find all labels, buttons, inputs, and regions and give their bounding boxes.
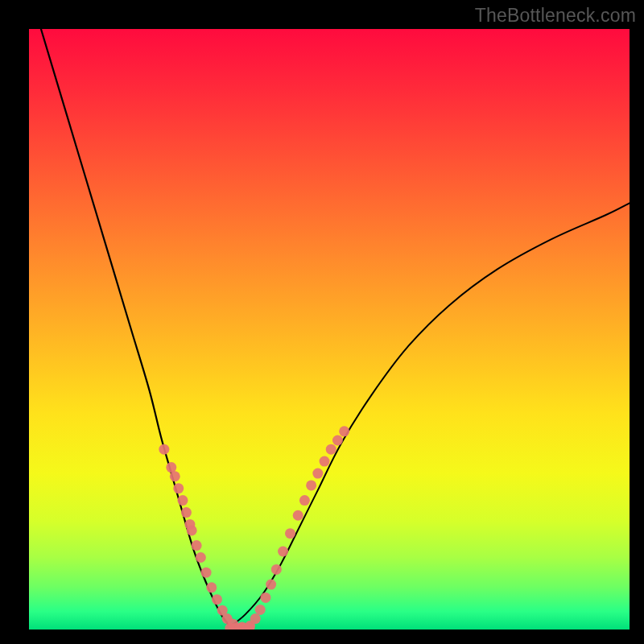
svg-point-21 bbox=[266, 580, 276, 590]
svg-point-32 bbox=[339, 426, 349, 436]
curve-layer bbox=[29, 29, 630, 630]
svg-point-8 bbox=[192, 540, 202, 551]
svg-point-1 bbox=[166, 462, 176, 473]
chart-frame: TheBottleneck.com bbox=[0, 0, 644, 644]
svg-point-27 bbox=[306, 480, 316, 490]
svg-point-12 bbox=[212, 594, 222, 605]
right-curve bbox=[230, 203, 630, 626]
svg-point-25 bbox=[293, 510, 303, 521]
svg-point-9 bbox=[196, 552, 206, 563]
svg-point-30 bbox=[326, 444, 336, 455]
svg-point-26 bbox=[299, 495, 310, 506]
svg-point-22 bbox=[271, 564, 282, 575]
svg-point-7 bbox=[187, 525, 197, 535]
svg-point-10 bbox=[201, 568, 212, 578]
svg-point-29 bbox=[320, 456, 330, 467]
svg-point-19 bbox=[255, 605, 266, 615]
svg-point-18 bbox=[250, 613, 261, 624]
plot-area bbox=[29, 29, 630, 630]
svg-point-5 bbox=[181, 507, 192, 518]
svg-point-0 bbox=[159, 444, 169, 455]
svg-point-24 bbox=[285, 528, 295, 539]
watermark-text: TheBottleneck.com bbox=[475, 5, 636, 27]
svg-point-28 bbox=[312, 469, 323, 479]
svg-point-2 bbox=[170, 471, 180, 481]
bottom-beads bbox=[225, 623, 254, 630]
svg-point-11 bbox=[206, 582, 217, 592]
svg-point-23 bbox=[278, 547, 288, 557]
svg-point-4 bbox=[177, 495, 188, 506]
left-curve bbox=[41, 29, 230, 626]
svg-point-3 bbox=[173, 483, 184, 493]
svg-point-31 bbox=[332, 436, 343, 446]
left-beads bbox=[159, 444, 247, 630]
svg-point-20 bbox=[260, 592, 270, 603]
